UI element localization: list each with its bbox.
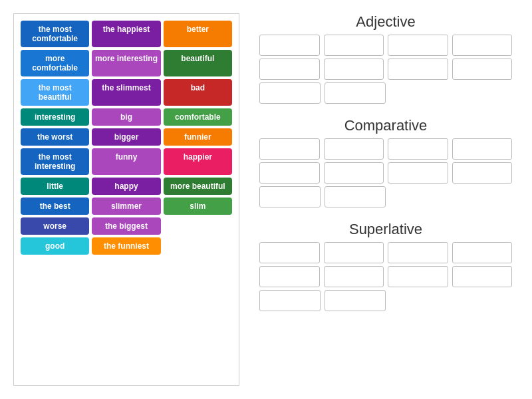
word-tile[interactable]: big — [92, 108, 160, 126]
word-tile[interactable]: slimmer — [92, 198, 160, 215]
word-tile[interactable]: little — [21, 178, 89, 195]
drop-cell[interactable] — [259, 59, 320, 80]
comparative-row-3 — [259, 186, 386, 207]
drop-cell[interactable] — [452, 138, 513, 160]
drop-cell[interactable] — [259, 162, 320, 184]
drop-cell[interactable] — [259, 186, 321, 207]
superlative-row-1 — [259, 242, 512, 263]
drop-cell[interactable] — [452, 59, 513, 80]
right-panel: Adjective Comparative — [253, 13, 519, 386]
drop-cell[interactable] — [259, 290, 321, 311]
word-tile[interactable]: the funniest — [92, 237, 160, 255]
comparative-row-1 — [259, 138, 512, 160]
word-tile[interactable]: more interesting — [92, 50, 160, 76]
word-tile[interactable]: the worst — [21, 128, 89, 146]
word-tile[interactable]: more comfortable — [21, 50, 89, 76]
drop-cell[interactable] — [325, 290, 386, 311]
adjective-row-1 — [259, 35, 512, 56]
word-tile[interactable]: more beautiful — [164, 178, 232, 195]
drop-cell[interactable] — [452, 266, 513, 287]
drop-cell[interactable] — [325, 186, 386, 207]
adjective-title: Adjective — [259, 13, 512, 31]
drop-cell[interactable] — [325, 82, 386, 104]
word-tile[interactable]: interesting — [21, 108, 89, 126]
superlative-section: Superlative — [259, 221, 512, 314]
word-tile[interactable]: better — [164, 21, 232, 47]
comparative-section: Comparative — [259, 117, 512, 210]
word-tile[interactable]: happy — [92, 178, 160, 195]
word-tile[interactable]: bad — [164, 79, 232, 106]
word-tile[interactable]: the happiest — [92, 21, 160, 47]
drop-cell[interactable] — [388, 242, 448, 263]
superlative-row-3 — [259, 290, 386, 311]
adjective-row-3 — [259, 82, 386, 104]
comparative-title: Comparative — [259, 117, 512, 134]
adjective-section: Adjective — [259, 13, 512, 106]
word-tile[interactable]: comfortable — [164, 108, 232, 126]
word-tile[interactable]: the most comfortable — [21, 21, 89, 47]
drop-cell[interactable] — [452, 242, 513, 263]
drop-cell[interactable] — [324, 59, 384, 80]
word-tile[interactable]: beautiful — [164, 50, 232, 76]
drop-cell[interactable] — [388, 59, 448, 80]
word-tile[interactable]: the slimmest — [92, 79, 160, 106]
drop-cell[interactable] — [388, 266, 448, 287]
drop-cell[interactable] — [324, 35, 384, 56]
drop-cell[interactable] — [388, 162, 448, 184]
word-tile[interactable]: the best — [21, 198, 89, 215]
word-tile[interactable]: bigger — [92, 128, 160, 146]
drop-cell[interactable] — [324, 138, 384, 160]
drop-cell[interactable] — [324, 266, 384, 287]
superlative-row-2 — [259, 266, 512, 287]
word-tile[interactable]: the biggest — [92, 217, 160, 235]
word-tile[interactable]: the most beautiful — [21, 79, 89, 106]
drop-cell[interactable] — [259, 138, 320, 160]
tile-grid: the most comfortablethe happiestbettermo… — [21, 21, 232, 255]
drop-cell[interactable] — [452, 35, 513, 56]
word-tile[interactable]: good — [21, 237, 89, 255]
word-tile[interactable]: funny — [92, 148, 160, 175]
drop-cell[interactable] — [259, 242, 320, 263]
word-tile[interactable]: funnier — [164, 128, 232, 146]
word-tile[interactable]: slim — [164, 198, 232, 215]
drop-cell[interactable] — [259, 266, 320, 287]
adjective-row-2 — [259, 59, 512, 80]
drop-cell[interactable] — [259, 82, 321, 104]
word-tile[interactable]: happier — [164, 148, 232, 175]
drop-cell[interactable] — [324, 162, 384, 184]
drop-cell[interactable] — [388, 138, 448, 160]
left-panel: the most comfortablethe happiestbettermo… — [13, 13, 239, 386]
word-tile[interactable]: worse — [21, 217, 89, 235]
word-tile[interactable]: the most interesting — [21, 148, 89, 175]
drop-cell[interactable] — [452, 162, 513, 184]
comparative-row-2 — [259, 162, 512, 184]
drop-cell[interactable] — [388, 35, 448, 56]
drop-cell[interactable] — [259, 35, 320, 56]
superlative-title: Superlative — [259, 221, 512, 238]
drop-cell[interactable] — [324, 242, 384, 263]
main-container: the most comfortablethe happiestbettermo… — [0, 0, 532, 399]
